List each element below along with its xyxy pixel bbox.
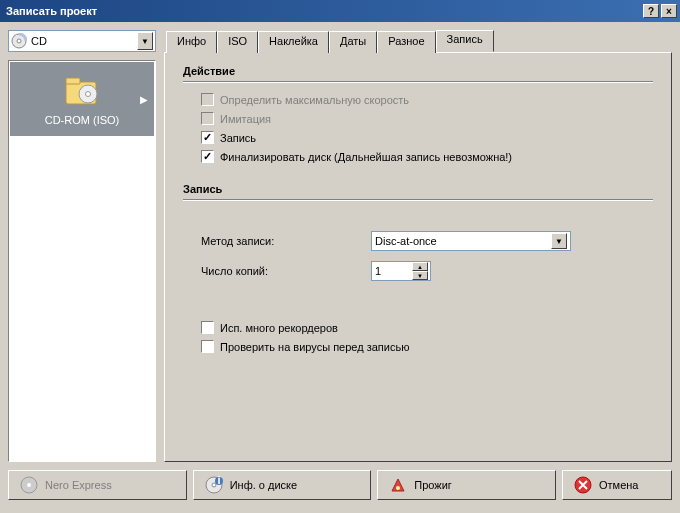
button-label: Инф. о диске <box>230 479 297 491</box>
svg-point-12 <box>396 486 400 490</box>
svg-rect-3 <box>66 78 80 84</box>
button-label: Nero Express <box>45 479 112 491</box>
button-label: Отмена <box>599 479 638 491</box>
tab-content: Действие Определить максимальную скорост… <box>164 52 672 462</box>
disc-info-button[interactable]: i Инф. о диске <box>193 470 372 500</box>
checkbox-virus-check[interactable]: Проверить на вирусы перед записью <box>183 340 653 353</box>
info-icon: i <box>204 475 224 495</box>
button-bar: Nero Express i Инф. о диске Прожиг Отмен… <box>0 470 680 505</box>
copies-label: Число копий: <box>201 265 371 277</box>
burn-button[interactable]: Прожиг <box>377 470 556 500</box>
compilation-item-cdrom-iso[interactable]: CD-ROM (ISO) ▶ <box>10 62 154 136</box>
svg-point-1 <box>17 39 21 43</box>
divider <box>183 81 653 83</box>
burn-icon <box>388 475 408 495</box>
window-title: Записать проект <box>6 5 641 17</box>
compilation-item-label: CD-ROM (ISO) <box>16 114 148 126</box>
tab-label[interactable]: Наклейка <box>258 31 329 53</box>
tab-iso[interactable]: ISO <box>217 31 258 53</box>
write-method-select[interactable]: Disc-at-once ▼ <box>371 231 571 251</box>
close-button[interactable]: × <box>661 4 677 18</box>
write-method-label: Метод записи: <box>201 235 371 247</box>
checkbox-input[interactable] <box>201 321 214 334</box>
checkbox-label: Проверить на вирусы перед записью <box>220 341 409 353</box>
tab-misc[interactable]: Разное <box>377 31 435 53</box>
chevron-right-icon: ▶ <box>140 94 148 105</box>
copies-spinner[interactable]: ▲ ▼ <box>371 261 431 281</box>
svg-point-5 <box>86 92 91 97</box>
checkbox-finalize[interactable]: ✓ Финализировать диск (Дальнейшая запись… <box>183 150 653 163</box>
help-button[interactable]: ? <box>643 4 659 18</box>
button-label: Прожиг <box>414 479 452 491</box>
titlebar: Записать проект ? × <box>0 0 680 22</box>
checkbox-multi-recorder[interactable]: Исп. много рекордеров <box>183 321 653 334</box>
left-panel: CD ▼ CD-ROM (ISO) ▶ <box>8 30 156 462</box>
tab-dates[interactable]: Даты <box>329 31 377 53</box>
folder-disc-icon <box>62 72 102 108</box>
checkbox-input[interactable]: ✓ <box>201 131 214 144</box>
divider <box>183 199 653 201</box>
chevron-down-icon: ▼ <box>551 233 567 249</box>
checkbox-input[interactable] <box>201 340 214 353</box>
checkbox-input <box>201 93 214 106</box>
tab-bar: Инфо ISO Наклейка Даты Разное Запись <box>164 30 672 52</box>
checkbox-label: Определить максимальную скорость <box>220 94 409 106</box>
cancel-button[interactable]: Отмена <box>562 470 672 500</box>
checkbox-input <box>201 112 214 125</box>
checkbox-label: Финализировать диск (Дальнейшая запись н… <box>220 151 512 163</box>
checkbox-determine-speed: Определить максимальную скорость <box>183 93 653 106</box>
tab-burn[interactable]: Запись <box>436 30 494 52</box>
copies-input[interactable] <box>372 265 412 277</box>
tab-info[interactable]: Инфо <box>166 31 217 53</box>
media-type-combo[interactable]: CD ▼ <box>8 30 156 52</box>
checkbox-label: Имитация <box>220 113 271 125</box>
spinner-up[interactable]: ▲ <box>412 262 428 271</box>
checkbox-input[interactable]: ✓ <box>201 150 214 163</box>
main-area: CD ▼ CD-ROM (ISO) ▶ Инфо ISO <box>0 22 680 470</box>
nero-express-button[interactable]: Nero Express <box>8 470 187 500</box>
copies-row: Число копий: ▲ ▼ <box>183 261 653 281</box>
cancel-icon <box>573 475 593 495</box>
action-group-title: Действие <box>183 65 653 77</box>
svg-text:i: i <box>217 476 220 486</box>
disc-icon <box>11 33 27 49</box>
svg-point-7 <box>27 483 31 487</box>
right-panel: Инфо ISO Наклейка Даты Разное Запись Дей… <box>164 30 672 462</box>
checkbox-write[interactable]: ✓ Запись <box>183 131 653 144</box>
write-method-value: Disc-at-once <box>375 235 551 247</box>
checkbox-label: Исп. много рекордеров <box>220 322 338 334</box>
svg-point-9 <box>212 483 216 487</box>
compilation-list: CD-ROM (ISO) ▶ <box>8 60 156 462</box>
chevron-down-icon: ▼ <box>137 32 153 50</box>
checkbox-label: Запись <box>220 132 256 144</box>
write-group-title: Запись <box>183 183 653 195</box>
nero-icon <box>19 475 39 495</box>
media-type-value: CD <box>31 35 137 47</box>
write-method-row: Метод записи: Disc-at-once ▼ <box>183 231 653 251</box>
spinner-down[interactable]: ▼ <box>412 271 428 280</box>
checkbox-simulate: Имитация <box>183 112 653 125</box>
